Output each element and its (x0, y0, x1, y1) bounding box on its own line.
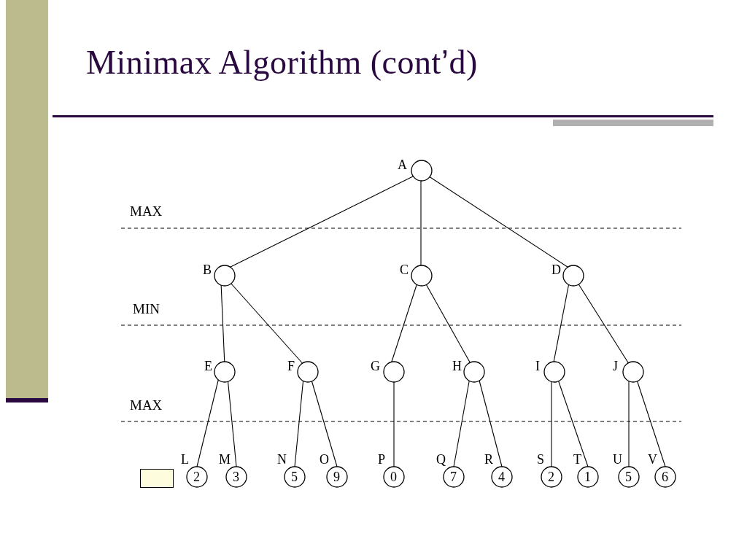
leaf-value-S: 2 (548, 470, 554, 484)
node-F (298, 362, 318, 382)
node-label-G: G (371, 359, 380, 373)
leaf-value-N: 5 (291, 470, 298, 484)
minimax-tree-diagram: MAX MIN MAX A B C D E F G H I J L (0, 0, 747, 560)
annotation-box (140, 469, 174, 488)
edge-I-T (557, 378, 588, 467)
leaf-label-S: S (537, 452, 544, 467)
leaf-label-P: P (378, 452, 385, 467)
leaf-value-P: 0 (390, 470, 397, 484)
leaf-value-M: 3 (233, 470, 239, 484)
node-B (214, 265, 235, 286)
leaf-value-R: 4 (498, 470, 505, 484)
edge-B-F (231, 283, 305, 366)
node-A (411, 160, 432, 181)
edge-A-D (427, 175, 572, 270)
node-label-J: J (613, 359, 618, 373)
leaf-label-T: T (573, 452, 581, 467)
node-label-H: H (452, 359, 462, 373)
edge-E-L (197, 378, 219, 467)
node-E (214, 362, 235, 382)
edge-H-Q (454, 378, 470, 467)
leaf-value-Q: 7 (450, 470, 457, 484)
node-I (544, 362, 565, 382)
node-label-C: C (400, 262, 409, 277)
leaf-label-O: O (320, 452, 329, 467)
node-C (411, 265, 432, 286)
level-label-max2: MAX (130, 397, 163, 413)
edge-D-I (553, 283, 569, 366)
edge-F-N (295, 378, 303, 467)
node-J (623, 362, 643, 382)
leaf-label-Q: Q (436, 452, 446, 467)
node-label-E: E (204, 359, 212, 373)
leaf-label-L: L (181, 452, 189, 467)
leaf-value-O: 9 (333, 470, 340, 484)
edge-D-J (578, 283, 630, 366)
edge-C-H (425, 283, 472, 366)
node-G (384, 362, 404, 382)
node-label-I: I (535, 359, 540, 373)
leaf-label-N: N (277, 452, 287, 467)
leaf-value-L: 2 (193, 470, 200, 484)
level-label-min: MIN (133, 301, 160, 316)
leaf-label-M: M (219, 452, 231, 467)
leaf-value-V: 6 (662, 470, 668, 484)
leaf-label-R: R (484, 452, 493, 467)
leaf-label-U: U (613, 452, 622, 467)
leaf-value-U: 5 (625, 470, 632, 484)
leaf-value-T: 1 (584, 470, 591, 484)
node-D (563, 265, 584, 286)
edge-A-B (225, 175, 416, 270)
edge-C-G (390, 283, 417, 366)
level-label-max1: MAX (130, 203, 163, 219)
node-label-F: F (287, 359, 295, 373)
node-label-A: A (398, 158, 407, 172)
leaf-label-V: V (648, 452, 657, 467)
edge-B-E (221, 283, 225, 366)
node-label-D: D (551, 262, 561, 277)
node-H (464, 362, 484, 382)
node-label-B: B (203, 262, 212, 277)
